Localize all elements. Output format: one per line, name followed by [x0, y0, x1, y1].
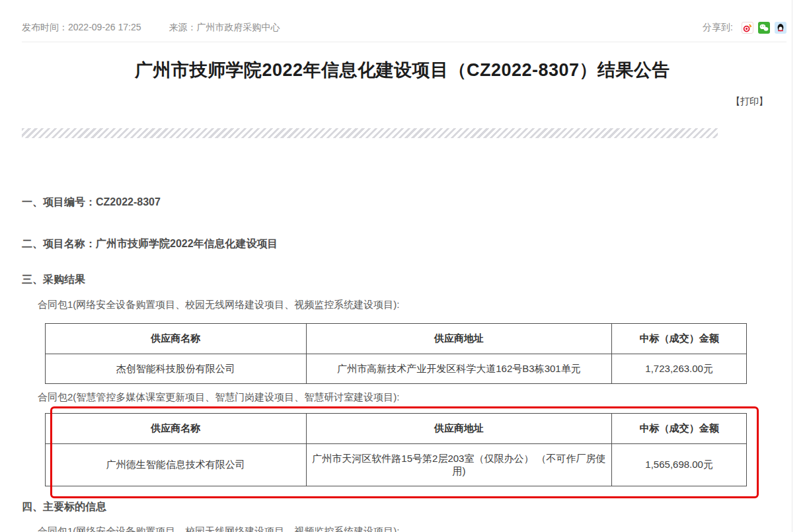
page-title: 广州市技师学院2022年信息化建设项目（CZ2022-8307）结果公告	[0, 58, 805, 82]
wechat-icon[interactable]	[758, 22, 770, 34]
share-icons	[737, 22, 786, 34]
clipped-bottom-line: 合同包1(网络安全设备购置项目、校园无线网络建设项目、视频监控系统建设项目):	[38, 525, 400, 532]
package2-table: 供应商名称 供应商地址 中标（成交）金额 广州德生智能信息技术有限公司 广州市天…	[45, 413, 747, 486]
section-procurement-result: 三、采购结果	[22, 273, 85, 287]
header-award-amount: 中标（成交）金额	[612, 324, 747, 354]
announcement-page: 发布时间：2022-09-26 17:25 来源：广州市政府采购中心 分享到:	[0, 0, 805, 532]
package1-table: 供应商名称 供应商地址 中标（成交）金额 杰创智能科技股份有限公司 广州市高新技…	[45, 323, 747, 384]
section-main-subject-info: 四、主要标的信息	[22, 500, 106, 514]
header-supplier-name: 供应商名称	[46, 324, 307, 354]
publish-time: 发布时间：2022-09-26 17:25	[22, 22, 141, 32]
supplier-name-cell: 广州德生智能信息技术有限公司	[46, 444, 307, 486]
header-supplier-name: 供应商名称	[46, 414, 307, 444]
table-header-row: 供应商名称 供应商地址 中标（成交）金额	[46, 414, 747, 444]
package2-label: 合同包2(智慧管控多媒体课室更新项目、智慧门岗建设项目、智慧研讨室建设项目):	[38, 391, 400, 404]
share-area: 分享到:	[703, 22, 786, 34]
section-project-number: 一、项目编号：CZ2022-8307	[22, 196, 161, 209]
qq-icon[interactable]	[775, 22, 786, 34]
source: 来源：广州市政府采购中心	[169, 22, 280, 32]
award-amount-cell: 1,565,698.00元	[612, 444, 747, 486]
content-right-border	[792, 0, 792, 532]
header-award-amount: 中标（成交）金额	[612, 414, 747, 444]
meta-divider	[22, 42, 786, 42]
publish-time-label: 发布时间：	[22, 22, 68, 32]
publish-time-value: 2022-09-26 17:25	[68, 22, 141, 32]
source-label: 来源：	[169, 22, 196, 32]
hatched-divider	[22, 128, 718, 138]
table-row: 杰创智能科技股份有限公司 广州市高新技术产业开发区科学大道162号B3栋301单…	[46, 354, 747, 384]
table-row: 广州德生智能信息技术有限公司 广州市天河区软件路15号第2层203室（仅限办公）…	[46, 444, 747, 486]
print-button[interactable]: 【打印】	[731, 96, 768, 108]
table-header-row: 供应商名称 供应商地址 中标（成交）金额	[46, 324, 747, 354]
package1-label: 合同包1(网络安全设备购置项目、校园无线网络建设项目、视频监控系统建设项目):	[38, 299, 400, 311]
section-project-name: 二、项目名称：广州市技师学院2022年信息化建设项目	[22, 237, 278, 251]
share-label: 分享到:	[703, 22, 733, 34]
source-value: 广州市政府采购中心	[196, 22, 280, 32]
award-amount-cell: 1,723,263.00元	[612, 354, 747, 384]
supplier-address-cell: 广州市天河区软件路15号第2层203室（仅限办公） （不可作厂房使用)	[306, 444, 612, 486]
meta-bar: 发布时间：2022-09-26 17:25 来源：广州市政府采购中心 分享到:	[22, 22, 786, 36]
supplier-address-cell: 广州市高新技术产业开发区科学大道162号B3栋301单元	[306, 354, 612, 384]
header-supplier-address: 供应商地址	[306, 324, 612, 354]
supplier-name-cell: 杰创智能科技股份有限公司	[46, 354, 307, 384]
weibo-icon[interactable]	[742, 22, 753, 34]
header-supplier-address: 供应商地址	[306, 414, 612, 444]
